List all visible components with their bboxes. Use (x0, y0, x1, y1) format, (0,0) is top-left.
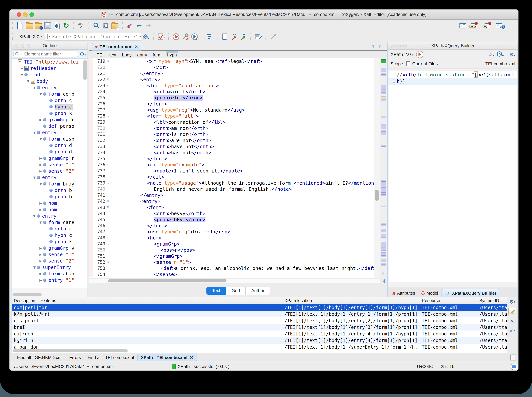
bottom-tab-find-all---ge-rkmd-xml[interactable]: Find all - GE.RKMD.xml (14, 354, 66, 361)
occurrence-marker[interactable] (381, 236, 386, 237)
pin-red-icon[interactable] (230, 33, 238, 40)
occurrence-marker[interactable] (381, 98, 386, 99)
tree-down-arrow-icon[interactable]: ▼ (32, 176, 37, 179)
tree-down-arrow-icon[interactable]: ▼ (32, 214, 37, 218)
tree-down-arrow-icon[interactable]: ▼ (26, 79, 31, 83)
table-row[interactable]: ca|reen /TEI[1]/text[1]/body[1]/entry[4]… (12, 330, 518, 337)
code-line[interactable]: 734 <orth>has not</orth> (89, 149, 380, 155)
outline-item-sense[interactable]: ▶ sense"2" (12, 168, 87, 174)
outline-item-orth[interactable]: orthc (12, 97, 87, 104)
outline-item-gramGrp[interactable]: ▶ gramGrpr (12, 155, 87, 161)
outline-item-form[interactable]: ▼ formcomp (12, 91, 87, 97)
tree-down-arrow-icon[interactable]: ▼ (38, 182, 43, 186)
code-line[interactable]: 748 ▽ <hom> (89, 235, 380, 241)
code-editor[interactable]: 719 ▽ <xr type="syn">SYN. see <ref>legal… (89, 58, 380, 278)
occurrence-marker[interactable] (381, 180, 386, 181)
results-settings-gear-icon[interactable]: ⚙▾ (509, 298, 516, 305)
table-row[interactable]: a|ban|don /TEI[1]/text[1]/body[1]/superE… (12, 344, 518, 350)
bottom-tab-find-all---tei-combo-xml[interactable]: Find all - TEI-combo.xml (84, 354, 137, 361)
code-line[interactable]: 733 <orth>have not</orth> (89, 143, 380, 149)
tree-right-arrow-icon[interactable]: ▶ (38, 278, 43, 282)
code-line[interactable]: 749 ▽ <gramGrp> (89, 241, 380, 247)
occurrence-marker[interactable] (381, 224, 386, 226)
spell-check-icon[interactable]: ABC✓ (78, 22, 85, 29)
tree-right-arrow-icon[interactable]: ▶ (19, 67, 24, 70)
code-line[interactable]: 743 ▽ <form> (89, 204, 380, 210)
code-line[interactable]: 721 </entry> (89, 70, 380, 76)
tree-right-arrow-icon[interactable]: ▶ (38, 246, 43, 250)
panel-buttons[interactable] (391, 44, 407, 48)
occurrence-marker[interactable] (381, 265, 386, 266)
outline-panel-header[interactable]: Outline (12, 42, 87, 50)
outline-item-orth[interactable]: orthc (12, 225, 87, 232)
occurrence-marker[interactable] (381, 187, 386, 189)
occurrence-marker[interactable] (381, 261, 386, 262)
outline-item-entry[interactable]: ▼ entry (12, 174, 87, 180)
favorites-star-icon[interactable]: ☆▾ (488, 52, 494, 57)
outline-item-hyph[interactable]: hyphc (12, 104, 87, 110)
code-line[interactable]: 736 ▽ <cit type="example"> (89, 162, 380, 168)
scope-select[interactable]: Current File ▾ (412, 61, 438, 67)
tree-down-arrow-icon[interactable]: ▼ (32, 131, 37, 134)
query-line[interactable]: 1//orth/following-sibling::*[not(self::o… (389, 71, 517, 78)
builder-tab-xpath-xquery-builder[interactable]: ∥★XPath/XQuery Builder (441, 289, 499, 297)
occurrence-marker[interactable] (381, 117, 386, 118)
open-folder-icon[interactable] (25, 22, 33, 29)
outline-item-gramGrp[interactable]: ▶ gramGrpv (12, 245, 87, 251)
outline-item-hyph[interactable]: hyphc (12, 232, 87, 238)
bottom-tab-errors[interactable]: Errors (66, 354, 84, 361)
breadcrumb-item-form[interactable]: form (153, 51, 162, 58)
xpath-builder-header[interactable]: XPath/XQuery Builder (388, 42, 518, 50)
outline-item-text[interactable]: ▼ text (12, 71, 87, 78)
outline-item-pron[interactable]: pronb (12, 193, 87, 200)
table-row[interactable]: k@"ri:n /TEI[1]/text[1]/body[1]/entry[4]… (12, 337, 518, 344)
tree-down-arrow-icon[interactable]: ▼ (38, 92, 43, 96)
outline-item-entry[interactable]: ▶ entry"1" (12, 277, 87, 283)
tree-down-arrow-icon[interactable]: ▼ (19, 73, 24, 76)
breadcrumb-item-hyph[interactable]: hyph (167, 51, 177, 58)
code-line[interactable]: 726 </form> (89, 101, 380, 107)
breadcrumb-item-TEI[interactable]: TEI (97, 51, 104, 58)
fold-toggle-icon[interactable]: ▽ (105, 114, 111, 118)
code-line[interactable]: 732 <orth>are not</orth> (89, 137, 380, 143)
occurrence-marker[interactable] (381, 192, 386, 194)
debug-xquery-icon[interactable]: XQ (481, 22, 493, 29)
tree-right-arrow-icon[interactable]: ▶ (38, 163, 43, 166)
forward-icon[interactable]: → (145, 22, 152, 29)
associate-icon[interactable] (270, 33, 277, 40)
code-line[interactable]: 735 </form> (89, 155, 380, 162)
code-line[interactable]: 747 <usg type="reg">Dialect</usg> (89, 229, 380, 235)
fold-toggle-icon[interactable]: ▽ (105, 205, 111, 209)
occurrence-marker[interactable] (381, 194, 386, 196)
outline-item-body[interactable]: ▼ body (12, 78, 87, 84)
outline-item-form[interactable]: ▼ formcare (12, 219, 87, 225)
code-line[interactable]: 722 ▽ <entry> (89, 76, 380, 82)
code-line[interactable]: 744 <orth>bevvy</orth> (89, 210, 380, 217)
occurrence-marker[interactable] (381, 230, 386, 232)
tree-right-arrow-icon[interactable]: ▶ (38, 259, 43, 263)
outline-item-hom[interactable]: ▶ hom (12, 206, 87, 213)
highlight-nav-arrows[interactable]: ▲▼ (383, 279, 386, 283)
xpath-expression-combo[interactable]: ▾ Execute XPath on 'Current File' ▾ ∥★ (45, 33, 141, 41)
occurrence-marker[interactable] (381, 181, 386, 183)
builder-tab-model[interactable]: Model (418, 289, 441, 297)
tree-right-arrow-icon[interactable]: ▶ (38, 156, 43, 160)
panel-buttons[interactable] (14, 44, 30, 48)
occurrence-marker[interactable] (381, 206, 386, 207)
outline-item-sense[interactable]: ▶ sense"1" (12, 161, 87, 168)
database-perspective-icon[interactable] (495, 22, 506, 29)
occurrence-marker[interactable] (381, 133, 386, 135)
occurrence-marker[interactable] (381, 254, 386, 256)
close-tab-icon[interactable]: ✕ (190, 355, 193, 360)
xpath-query-editor[interactable]: 1//orth/following-sibling::*[not(self::o… (389, 71, 517, 282)
outline-item-superEntry[interactable]: ▼ superEntry (12, 264, 87, 270)
remove-all-results-icon[interactable]: ✕✕ (509, 327, 516, 334)
occurrence-marker[interactable] (381, 234, 386, 236)
breadcrumb-item-text[interactable]: text (109, 51, 116, 58)
tree-down-arrow-icon[interactable]: ▼ (32, 266, 37, 269)
code-line[interactable]: 720 </xr> (89, 64, 380, 70)
fold-toggle-icon[interactable]: ▽ (105, 84, 111, 87)
occurrence-marker[interactable] (381, 185, 386, 187)
code-line[interactable]: 746 </form> (89, 223, 380, 229)
query-line-wrapped[interactable]: 1h)] (389, 78, 517, 85)
